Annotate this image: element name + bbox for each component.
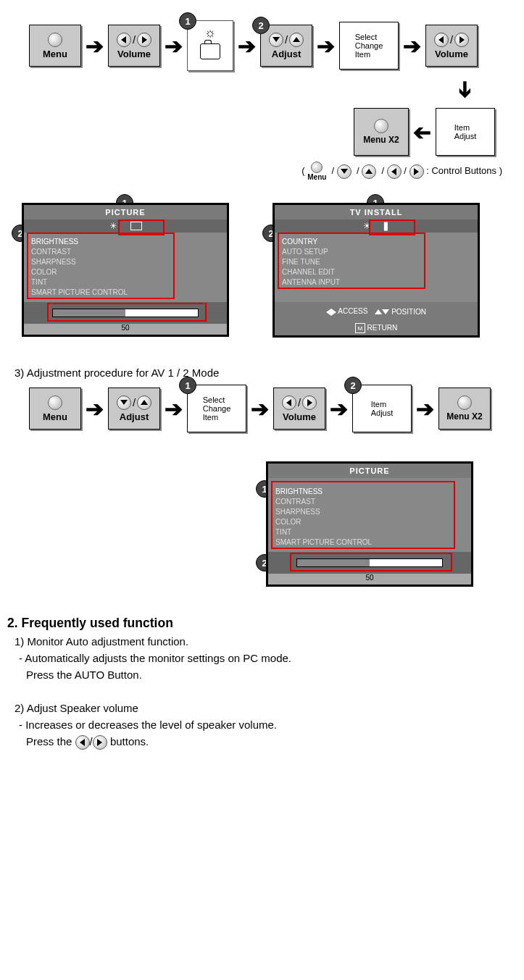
sec2-p2: - Automatically adjusts the monitor sett… <box>19 652 517 664</box>
red-highlight-2 <box>278 233 425 289</box>
menu-x2-button[interactable]: Menu X2 <box>354 108 409 156</box>
adjust-button[interactable]: / Adjust <box>108 388 160 430</box>
osd-title: PICTURE <box>24 205 227 219</box>
picture-osd: PICTURE ☀ BRIGHTNESS CONTRAST SHARPNESS … <box>22 203 229 337</box>
flow-row-3: Menu ➔ / Adjust ➔ 1 Select Change Item ➔… <box>29 385 517 432</box>
flow-row-2: Menu X2 ➔ Item Adjust <box>29 108 495 156</box>
item-adjust-box: Item Adjust <box>436 108 495 156</box>
menu-x2-button[interactable]: Menu X2 <box>438 388 491 430</box>
menu-button[interactable]: Menu <box>29 25 81 67</box>
arrow-right-icon: ➔ <box>251 396 269 422</box>
sec2-p6b: buttons. <box>110 735 149 747</box>
sec2-p5: - Increases or decreases the level of sp… <box>19 719 517 731</box>
osd-title: TV INSTALL <box>275 205 478 219</box>
select-change-item-box: Select Change Item <box>339 22 399 70</box>
down-up-icon: / <box>117 395 151 410</box>
volume-button[interactable]: / Volume <box>273 388 325 430</box>
arrow-right-icon: ➔ <box>238 33 256 59</box>
left-right-icon: / <box>117 33 151 47</box>
osd-title: PICTURE <box>268 464 471 478</box>
arrow-right-icon: ➔ <box>317 33 335 59</box>
flow-down-wrapper: ➔ <box>7 77 517 102</box>
menu-x2-label: Menu X2 <box>363 135 399 145</box>
arrow-right-icon: ➔ <box>416 396 434 422</box>
arrow-right-icon: ➔ <box>165 396 183 422</box>
sun-icon: ☀ <box>109 221 117 231</box>
arrow-right-icon: ➔ <box>86 33 104 59</box>
left-right-icon: / <box>282 395 317 410</box>
picture-osd-2-wrapper: 1 2 PICTURE BRIGHTNESS CONTRAST SHARPNES… <box>7 461 473 587</box>
arrow-right-icon: ➔ <box>330 396 348 422</box>
menu-label: Menu <box>43 411 67 422</box>
arrow-right-icon: ➔ <box>86 396 104 422</box>
legend-text: : Control Buttons ) <box>426 165 502 176</box>
sun-icon: ☼ <box>204 25 217 41</box>
step-badge-1: 1 <box>179 12 196 30</box>
sec2-p3: Press the AUTO Button. <box>26 669 517 681</box>
sec2-p6: Press the / buttons. <box>26 735 517 750</box>
right-icon <box>409 164 424 179</box>
picture-osd-wrapper: 1 2 3 PICTURE ☀ BRIGHTNESS CONTRAST SHAR… <box>22 203 229 338</box>
circle-icon <box>48 33 62 47</box>
control-buttons-legend: ( Menu / / / / : Control Buttons ) <box>7 162 502 181</box>
arrow-right-icon: ➔ <box>403 33 421 59</box>
step-badge-2: 2 <box>252 17 270 34</box>
circle-icon <box>48 395 62 410</box>
sec2-p1: 1) Monitor Auto adjustment function. <box>14 635 517 648</box>
left-icon <box>387 164 402 179</box>
circle-icon <box>457 395 472 410</box>
red-highlight-3 <box>47 303 207 322</box>
circle-icon <box>374 119 388 133</box>
red-highlight-2 <box>27 233 175 299</box>
select-change-item-box: 1 Select Change Item <box>187 385 246 432</box>
arrow-left-icon: ➔ <box>413 120 431 145</box>
volume-label: Volume <box>117 49 151 59</box>
up-icon <box>362 164 376 179</box>
slider-value: 50 <box>268 574 471 585</box>
arrow-down-icon: ➔ <box>453 80 478 99</box>
red-highlight-2 <box>290 553 452 571</box>
osd-screens-row: 1 2 3 PICTURE ☀ BRIGHTNESS CONTRAST SHAR… <box>22 203 502 338</box>
menu-label: Menu <box>43 49 67 59</box>
down-up-icon: / <box>269 33 304 47</box>
brightness-osd-icon: 1 ☼ <box>187 20 233 71</box>
menu-button[interactable]: Menu <box>29 388 81 430</box>
menu-x2-label: Menu X2 <box>446 411 482 422</box>
sec2-p6a: Press the <box>26 735 75 747</box>
osd-footer-2: M RETURN <box>275 321 478 335</box>
adjust-label: Adjust <box>120 411 149 422</box>
left-right-icon: / <box>434 33 469 47</box>
step-badge-1: 1 <box>179 377 196 394</box>
sec2-p4: 2) Adjust Speaker volume <box>14 702 517 714</box>
adjust-label: Adjust <box>272 49 301 59</box>
tv-icon <box>200 43 220 59</box>
arrow-right-icon: ➔ <box>165 33 183 59</box>
picture-osd-2: PICTURE BRIGHTNESS CONTRAST SHARPNESS CO… <box>266 461 473 587</box>
adjust-button[interactable]: 2 / Adjust <box>260 25 312 67</box>
section-3-title: 3) Adjustment procedure for AV 1 / 2 Mod… <box>14 367 517 379</box>
volume-button[interactable]: / Volume <box>108 25 160 67</box>
tvinstall-osd-wrapper: 1 2 TV INSTALL ☀ ▋ COUNTRY AUTO SETUP FI… <box>273 203 480 338</box>
flow-row-1: Menu ➔ / Volume ➔ 1 ☼ ➔ 2 / Adjust ➔ Sel… <box>29 20 517 71</box>
volume-button-2[interactable]: / Volume <box>425 25 478 67</box>
slider-value: 50 <box>24 324 227 335</box>
left-icon <box>75 735 90 750</box>
item-adjust-box: 2 Item Adjust <box>352 385 412 432</box>
volume-label: Volume <box>435 49 468 59</box>
right-icon <box>93 735 107 750</box>
section-2-title: 2. Frequently used function <box>7 616 517 631</box>
down-icon <box>337 164 352 179</box>
step-badge-2: 2 <box>344 377 362 394</box>
tvinstall-osd: TV INSTALL ☀ ▋ COUNTRY AUTO SETUP FINE T… <box>273 203 480 338</box>
red-highlight-1 <box>271 481 455 549</box>
osd-footer: ACCESS POSITION <box>275 302 478 321</box>
volume-label: Volume <box>283 411 316 422</box>
